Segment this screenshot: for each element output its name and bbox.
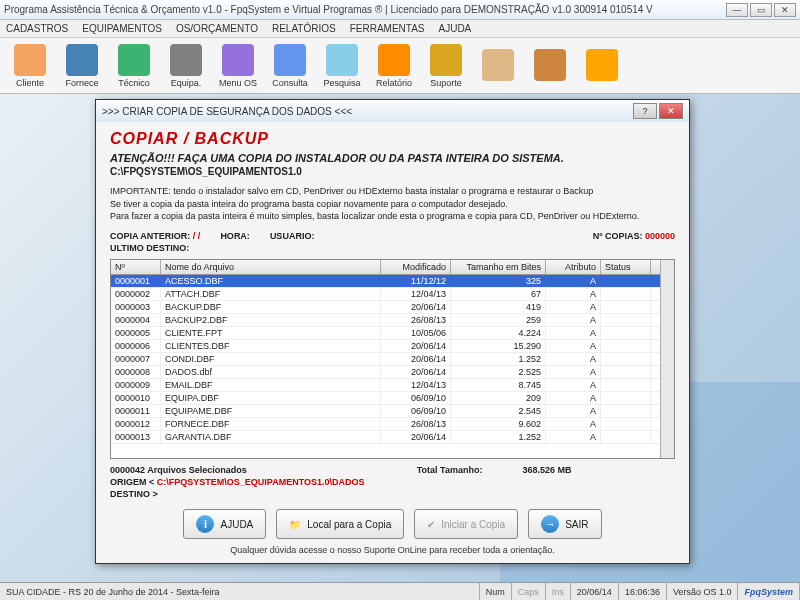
info-icon: i (196, 515, 214, 533)
file-grid[interactable]: Nº Nome do Arquivo Modificado Tamanho em… (110, 259, 675, 459)
dialog-titlebar: >>> CRIAR COPIA DE SEGURANÇA DOS DADOS <… (96, 100, 689, 122)
toolbar-item-Pesquisa[interactable]: Pesquisa (318, 44, 366, 88)
table-row[interactable]: 0000001ACESSO.DBF11/12/12325A (111, 275, 660, 288)
toolbar-item-Suporte[interactable]: Suporte (422, 44, 470, 88)
arrow-right-icon: → (541, 515, 559, 533)
content-area: >>> CRIAR COPIA DE SEGURANÇA DOS DADOS <… (0, 94, 800, 582)
toolbar-icon (118, 44, 150, 76)
toolbar-label: Menu OS (219, 78, 257, 88)
table-row[interactable]: 0000011EQUIPAME.DBF06/09/102.545A (111, 405, 660, 418)
toolbar: ClienteForneceTécnicoEquipa.Menu OSConsu… (0, 38, 800, 94)
toolbar-label: Pesquisa (323, 78, 360, 88)
toolbar-item-10[interactable] (526, 49, 574, 83)
status-num: Num (480, 583, 512, 600)
toolbar-icon (274, 44, 306, 76)
system-path: C:\FPQSYSTEM\OS_EQUIPAMENTOS1.0 (110, 166, 675, 177)
main-title-text: Programa Assistência Técnica & Orçamento… (4, 4, 726, 15)
table-row[interactable]: 0000003BACKUP.DBF20/06/14419A (111, 301, 660, 314)
summary-row: 0000042 Arquivos Selecionados Total Tama… (110, 465, 675, 475)
toolbar-icon (378, 44, 410, 76)
meta-row: COPIA ANTERIOR: / / HORA: USUARIO: Nº CO… (110, 231, 675, 241)
grid-header: Nº Nome do Arquivo Modificado Tamanho em… (111, 260, 660, 275)
statusbar: SUA CIDADE - RS 20 de Junho de 2014 - Se… (0, 582, 800, 600)
toolbar-item-Equipa.[interactable]: Equipa. (162, 44, 210, 88)
toolbar-icon (170, 44, 202, 76)
toolbar-item-Fornece[interactable]: Fornece (58, 44, 106, 88)
table-row[interactable]: 0000013GARANTIA.DBF20/06/141.252A (111, 431, 660, 444)
table-row[interactable]: 0000009EMAIL.DBF12/04/138.745A (111, 379, 660, 392)
toolbar-icon (326, 44, 358, 76)
table-row[interactable]: 0000010EQUIPA.DBF06/09/10209A (111, 392, 660, 405)
dialog-title-text: >>> CRIAR COPIA DE SEGURANÇA DOS DADOS <… (102, 106, 633, 117)
grid-scrollbar[interactable] (660, 260, 674, 458)
toolbar-icon (430, 44, 462, 76)
info-block: IMPORTANTE: tendo o instalador salvo em … (110, 185, 675, 223)
backup-dialog: >>> CRIAR COPIA DE SEGURANÇA DOS DADOS <… (95, 99, 690, 564)
minimize-button[interactable]: — (726, 3, 748, 17)
toolbar-label: Relatório (376, 78, 412, 88)
sair-button[interactable]: → SAIR (528, 509, 601, 539)
menu-relatorios[interactable]: RELATÓRIOS (272, 23, 336, 34)
footer-note: Qualquer dúvida acesse o nosso Suporte O… (110, 545, 675, 555)
toolbar-label: Consulta (272, 78, 308, 88)
attention-text: ATENÇÃO!!! FAÇA UMA COPIA DO INSTALADOR … (110, 152, 675, 164)
iniciar-copia-button[interactable]: ✔ Iniciar a Copia (414, 509, 518, 539)
menu-ajuda[interactable]: AJUDA (438, 23, 471, 34)
toolbar-item-9[interactable] (474, 49, 522, 83)
menubar: CADASTROS EQUIPAMENTOS OS/ORÇAMENTO RELA… (0, 20, 800, 38)
status-city: SUA CIDADE - RS 20 de Junho de 2014 - Se… (0, 583, 480, 600)
toolbar-label: Cliente (16, 78, 44, 88)
status-brand: FpqSystem (738, 583, 800, 600)
table-row[interactable]: 0000008DADOS.dbf20/06/142.525A (111, 366, 660, 379)
table-row[interactable]: 0000005CLIENTE.FPT10/05/064.224A (111, 327, 660, 340)
toolbar-label: Equipa. (171, 78, 202, 88)
local-copia-button[interactable]: 📁 Local para a Copia (276, 509, 404, 539)
table-row[interactable]: 0000007CONDI.DBF20/06/141.252A (111, 353, 660, 366)
table-row[interactable]: 0000002ATTACH.DBF12/04/1367A (111, 288, 660, 301)
dialog-close-button[interactable]: ✕ (659, 103, 683, 119)
status-date: 20/06/14 (571, 583, 619, 600)
toolbar-icon (482, 49, 514, 81)
toolbar-icon (534, 49, 566, 81)
destino-row: DESTINO > (110, 489, 675, 499)
backup-header: COPIAR / BACKUP (110, 130, 675, 148)
folder-icon: 📁 (289, 519, 301, 530)
status-time: 16:06:36 (619, 583, 667, 600)
main-titlebar: Programa Assistência Técnica & Orçamento… (0, 0, 800, 20)
menu-osorcamento[interactable]: OS/ORÇAMENTO (176, 23, 258, 34)
ajuda-button[interactable]: i AJUDA (183, 509, 266, 539)
toolbar-label: Fornece (65, 78, 98, 88)
toolbar-item-Menu OS[interactable]: Menu OS (214, 44, 262, 88)
toolbar-item-Consulta[interactable]: Consulta (266, 44, 314, 88)
toolbar-icon (14, 44, 46, 76)
toolbar-item-11[interactable] (578, 49, 626, 83)
toolbar-label: Suporte (430, 78, 462, 88)
toolbar-icon (66, 44, 98, 76)
toolbar-icon (586, 49, 618, 81)
status-caps: Caps (512, 583, 546, 600)
table-row[interactable]: 0000004BACKUP2.DBF26/08/13259A (111, 314, 660, 327)
toolbar-item-Relatório[interactable]: Relatório (370, 44, 418, 88)
toolbar-icon (222, 44, 254, 76)
table-row[interactable]: 0000006CLIENTES.DBF20/06/1415.290A (111, 340, 660, 353)
toolbar-label: Técnico (118, 78, 150, 88)
menu-equipamentos[interactable]: EQUIPAMENTOS (82, 23, 162, 34)
close-button[interactable]: ✕ (774, 3, 796, 17)
status-version: Versão OS 1.0 (667, 583, 739, 600)
dialog-help-button[interactable]: ? (633, 103, 657, 119)
maximize-button[interactable]: ▭ (750, 3, 772, 17)
table-row[interactable]: 0000012FORNECE.DBF26/08/139.602A (111, 418, 660, 431)
toolbar-item-Técnico[interactable]: Técnico (110, 44, 158, 88)
status-ins: Ins (546, 583, 571, 600)
check-icon: ✔ (427, 519, 435, 530)
origem-row: ORIGEM < C:\FPQSYSTEM\OS_EQUIPAMENTOS1.0… (110, 477, 675, 487)
menu-cadastros[interactable]: CADASTROS (6, 23, 68, 34)
toolbar-item-Cliente[interactable]: Cliente (6, 44, 54, 88)
ultimo-destino-row: ULTIMO DESTINO: (110, 243, 675, 253)
menu-ferramentas[interactable]: FERRAMENTAS (350, 23, 425, 34)
